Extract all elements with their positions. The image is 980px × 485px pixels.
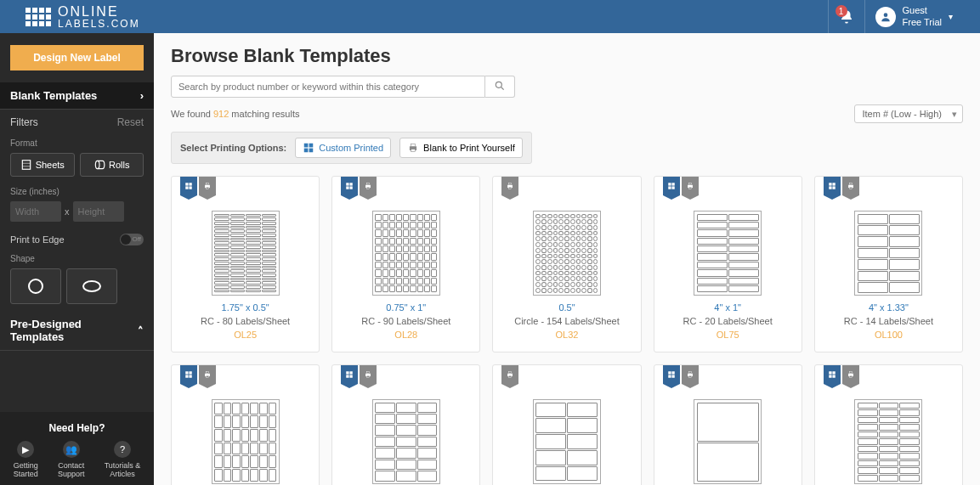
svg-point-4	[95, 161, 99, 168]
product-size: 4" x 1"	[663, 302, 793, 313]
blank-print-flag	[360, 177, 377, 195]
product-desc: RC - 20 Labels/Sheet	[663, 316, 793, 326]
blank-print-flag	[842, 365, 859, 384]
product-desc: RC - 80 Labels/Sheet	[180, 316, 310, 326]
svg-rect-27	[367, 187, 370, 189]
svg-rect-17	[189, 186, 191, 189]
svg-rect-10	[309, 149, 314, 153]
product-card[interactable]: 4" x 1"RC - 20 Labels/SheetOL75	[654, 176, 802, 352]
svg-line-6	[501, 87, 504, 89]
blank-print-flag	[501, 365, 518, 384]
product-card[interactable]: 0.75" x 1"RC - 90 Labels/SheetOL28	[331, 176, 480, 352]
printer-icon	[407, 142, 419, 154]
product-desc: RC - 14 Labels/Sheet	[824, 316, 954, 326]
product-card[interactable]: 4" x 2"	[492, 364, 641, 485]
svg-rect-45	[185, 371, 188, 374]
svg-rect-52	[346, 371, 348, 374]
product-sku: OL100	[824, 330, 954, 340]
custom-printed-option[interactable]: Custom Printed	[295, 138, 391, 158]
avatar-icon	[875, 7, 896, 27]
grid-icon	[303, 142, 314, 154]
product-card[interactable]: 1" x 2"	[171, 364, 320, 485]
print-to-edge-label: Print to Edge	[10, 234, 65, 245]
custom-printed-flag	[824, 365, 841, 384]
width-input[interactable]	[10, 201, 61, 222]
design-new-label-button[interactable]: Design New Label	[10, 45, 144, 70]
svg-rect-19	[206, 183, 208, 185]
product-card[interactable]: 1.75" x 0.5"RC - 80 Labels/SheetOL25	[171, 176, 320, 352]
shape-circle-button[interactable]	[10, 268, 61, 304]
size-label: Size (inches)	[0, 183, 154, 198]
svg-rect-16	[185, 186, 188, 189]
sort-select[interactable]: Item # (Low - High) ▾	[854, 104, 963, 123]
logo[interactable]: ONLINE LABELS.COM	[25, 5, 140, 29]
filters-label: Filters	[10, 116, 38, 128]
top-header: ONLINE LABELS.COM 1 Guest Free Trial ▾	[0, 0, 980, 33]
help-item[interactable]: 👥Contact Support	[58, 441, 85, 478]
svg-rect-61	[509, 375, 512, 377]
page-title: Browse Blank Templates	[171, 45, 963, 67]
product-card[interactable]: 4" x 1.33"RC - 14 Labels/SheetOL100	[814, 176, 963, 352]
logo-text-top: ONLINE	[58, 5, 140, 19]
svg-rect-70	[832, 371, 835, 374]
chevron-down-icon: ▾	[952, 109, 957, 120]
sidebar-blank-templates[interactable]: Blank Templates ›	[0, 82, 154, 110]
format-rolls-button[interactable]: Rolls	[80, 153, 144, 177]
svg-rect-47	[185, 375, 188, 377]
chevron-up-icon: ˄	[138, 324, 144, 337]
product-sku: OL75	[663, 330, 793, 340]
product-thumb	[180, 211, 310, 296]
notifications-button[interactable]: 1	[828, 0, 864, 33]
product-card[interactable]: 2.8125" x 1.333"	[331, 364, 480, 485]
svg-rect-23	[346, 186, 348, 189]
logo-text-bottom: LABELS.COM	[58, 19, 140, 29]
help-item[interactable]: ?Tutorials & Articles	[105, 441, 141, 478]
help-icon: 👥	[63, 441, 80, 458]
svg-rect-7	[304, 144, 309, 148]
svg-rect-69	[829, 371, 831, 374]
custom-printed-flag	[341, 365, 358, 384]
product-thumb	[341, 399, 471, 484]
results-count: We found 912 matching results	[171, 109, 299, 119]
help-icon: ▶	[17, 441, 34, 458]
search-button[interactable]	[485, 76, 515, 98]
product-desc: RC - 90 Labels/Sheet	[341, 316, 471, 326]
svg-rect-15	[189, 183, 191, 185]
product-sku: OL32	[501, 330, 632, 340]
chevron-down-icon: ▾	[949, 12, 953, 21]
x-separator: x	[65, 206, 70, 217]
chevron-right-icon: ›	[140, 89, 144, 102]
product-card[interactable]: 0.5"Circle - 154 Labels/SheetOL32	[492, 176, 641, 352]
custom-printed-flag	[663, 177, 680, 195]
svg-rect-63	[671, 371, 674, 374]
search-icon	[494, 80, 506, 92]
shape-oval-button[interactable]	[66, 268, 117, 304]
reset-filters-button[interactable]: Reset	[117, 116, 144, 128]
printing-options-label: Select Printing Options:	[180, 143, 286, 153]
height-input[interactable]	[73, 201, 124, 222]
product-card[interactable]: 8" x 5"	[654, 364, 802, 485]
svg-rect-68	[688, 375, 691, 377]
svg-point-5	[496, 82, 501, 87]
format-label: Format	[0, 135, 154, 149]
print-to-edge-toggle[interactable]: Off	[120, 234, 144, 245]
svg-rect-62	[668, 371, 671, 374]
format-sheets-button[interactable]: Sheets	[10, 153, 75, 177]
svg-rect-26	[367, 183, 370, 185]
product-grid: 1.75" x 0.5"RC - 80 Labels/SheetOL250.75…	[171, 176, 963, 485]
blank-print-option[interactable]: Blank to Print Yourself	[399, 138, 523, 158]
svg-rect-38	[829, 183, 831, 185]
sidebar-predesigned-templates[interactable]: Pre-Designed Templates ˄	[0, 311, 154, 351]
product-card[interactable]: 2.7953" x 0.8268"	[814, 364, 963, 485]
svg-rect-9	[304, 149, 309, 153]
search-input[interactable]	[171, 76, 485, 98]
blank-print-flag	[842, 177, 859, 195]
svg-rect-22	[350, 183, 353, 185]
svg-rect-53	[350, 371, 353, 374]
user-menu[interactable]: Guest Free Trial ▾	[864, 0, 963, 33]
svg-rect-30	[509, 187, 512, 189]
help-item[interactable]: ▶Getting Started	[14, 441, 38, 478]
product-thumb	[824, 399, 954, 484]
help-icon: ?	[114, 441, 131, 458]
rolls-icon	[93, 159, 105, 171]
